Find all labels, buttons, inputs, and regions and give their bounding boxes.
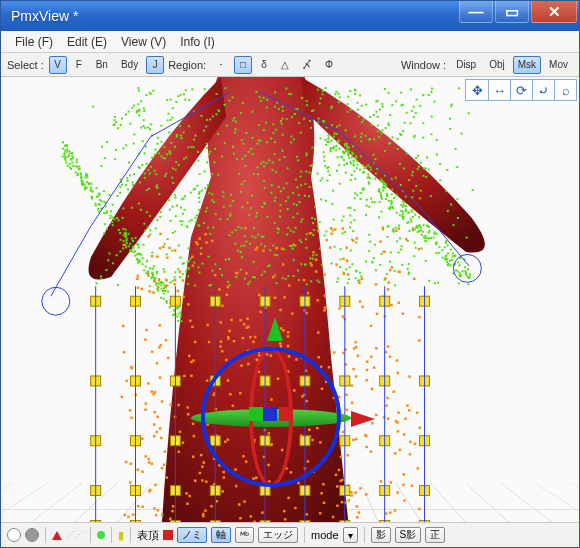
view-pan-icon[interactable]: ✥ — [466, 80, 488, 100]
region-rect-button[interactable]: □ — [234, 56, 252, 74]
region-slash-button[interactable]: 〆 — [297, 56, 317, 74]
svg-rect-907 — [64, 152, 66, 154]
svg-rect-1078 — [65, 145, 67, 147]
mb-button[interactable]: ᴹᵇ — [235, 527, 254, 543]
svg-rect-1086 — [64, 156, 66, 158]
yellow-bar-icon[interactable]: ▮ — [118, 529, 124, 542]
gizmo-cube-z — [263, 407, 277, 421]
svg-rect-984 — [66, 144, 68, 146]
select-label: Select : — [7, 59, 44, 71]
svg-rect-1019 — [64, 157, 66, 159]
svg-rect-1099 — [68, 155, 70, 157]
select-group: Select : V F Bn Bdy J — [7, 56, 164, 74]
select-bone-button[interactable]: Bn — [91, 56, 113, 74]
region-tri-button[interactable]: △ — [276, 56, 294, 74]
window-buttons: — ▭ ✕ — [459, 1, 579, 31]
nomi-button[interactable]: ノミ — [177, 527, 207, 543]
view-rotate-icon[interactable]: ⟳ — [510, 80, 532, 100]
axis-button[interactable]: 軸 — [211, 527, 231, 543]
svg-rect-919 — [62, 148, 64, 150]
red-square-icon — [163, 530, 173, 540]
menu-info[interactable]: Info (I) — [180, 35, 215, 49]
svg-rect-1056 — [66, 148, 68, 150]
window-disp-button[interactable]: Disp — [451, 56, 481, 74]
gizmo-cube-y — [249, 407, 263, 421]
svg-rect-1098 — [64, 150, 66, 152]
menu-file[interactable]: File (F) — [15, 35, 53, 49]
mode-label: mode — [311, 529, 339, 541]
menu-bar: File (F) Edit (E) View (V) Info (I) — [1, 31, 579, 53]
region-delta-button[interactable]: δ — [255, 56, 273, 74]
svg-rect-948 — [65, 162, 67, 164]
region-dot-button[interactable]: ・ — [211, 56, 231, 74]
select-vertex-button[interactable]: V — [49, 56, 67, 74]
gizmo-arrow-y — [267, 317, 283, 341]
maximize-button[interactable]: ▭ — [495, 1, 529, 23]
region-phi-button[interactable]: Φ — [320, 56, 338, 74]
app-window: PmxView * — ▭ ✕ File (F) Edit (E) View (… — [0, 0, 580, 548]
select-joint-button[interactable]: J — [146, 56, 164, 74]
svg-rect-982 — [63, 154, 65, 156]
s-shadow-button[interactable]: S影 — [395, 527, 422, 543]
svg-rect-1021 — [66, 145, 68, 147]
gizmo-arrow-x — [351, 411, 375, 427]
mode-dropdown[interactable]: ▾ — [343, 527, 358, 543]
toolbar: Select : V F Bn Bdy J Region: ・ □ δ △ 〆 … — [1, 53, 579, 77]
close-button[interactable]: ✕ — [531, 1, 577, 23]
viewport-3d[interactable]: ✥ ↔ ⟳ ⤾ ⌕ — [1, 77, 579, 523]
svg-rect-1040 — [64, 145, 66, 147]
shadow-button[interactable]: 影 — [371, 527, 391, 543]
svg-rect-1010 — [64, 159, 66, 161]
view-zoom-icon[interactable]: ⌕ — [554, 80, 576, 100]
view-icon-strip: ✥ ↔ ⟳ ⤾ ⌕ — [465, 79, 577, 101]
transform-gizmo[interactable] — [201, 347, 341, 487]
svg-rect-1022 — [62, 156, 64, 158]
gizmo-cube-x — [279, 407, 293, 421]
window-obj-button[interactable]: Obj — [484, 56, 510, 74]
green-dot-icon[interactable] — [97, 531, 105, 539]
window-group: Window : Disp Obj Msk Mov — [401, 56, 573, 74]
view-move-icon[interactable]: ↔ — [488, 80, 510, 100]
edge-button[interactable]: エッジ — [258, 527, 298, 543]
wire-icon[interactable]: ⋰⋰ — [66, 530, 84, 540]
vertex-disp-label: 表頂 — [137, 528, 159, 543]
svg-rect-935 — [66, 156, 68, 158]
bottom-bar: ⋰⋰ ▮ 表頂 ノミ 軸 ᴹᵇ エッジ mode ▾ 影 S影 正 — [1, 523, 579, 547]
view-orbit-icon[interactable]: ⤾ — [532, 80, 554, 100]
window-mov-button[interactable]: Mov — [544, 56, 573, 74]
window-title: PmxView * — [11, 8, 459, 24]
svg-rect-953 — [62, 141, 64, 143]
svg-point-1854 — [42, 287, 70, 315]
svg-rect-952 — [67, 165, 69, 167]
region-group: Region: ・ □ δ △ 〆 Φ — [168, 56, 338, 74]
svg-rect-1092 — [66, 151, 68, 153]
minimize-button[interactable]: — — [459, 1, 493, 23]
window-label: Window : — [401, 59, 446, 71]
color-grid-swatch[interactable] — [25, 528, 39, 542]
color-bg-swatch[interactable] — [7, 528, 21, 542]
select-face-button[interactable]: F — [70, 56, 88, 74]
select-body-button[interactable]: Bdy — [116, 56, 143, 74]
triangle-icon[interactable] — [52, 531, 62, 540]
region-label: Region: — [168, 59, 206, 71]
normal-button[interactable]: 正 — [425, 527, 445, 543]
window-msk-button[interactable]: Msk — [513, 56, 541, 74]
menu-edit[interactable]: Edit (E) — [67, 35, 107, 49]
menu-view[interactable]: View (V) — [121, 35, 166, 49]
title-bar: PmxView * — ▭ ✕ — [1, 1, 579, 31]
